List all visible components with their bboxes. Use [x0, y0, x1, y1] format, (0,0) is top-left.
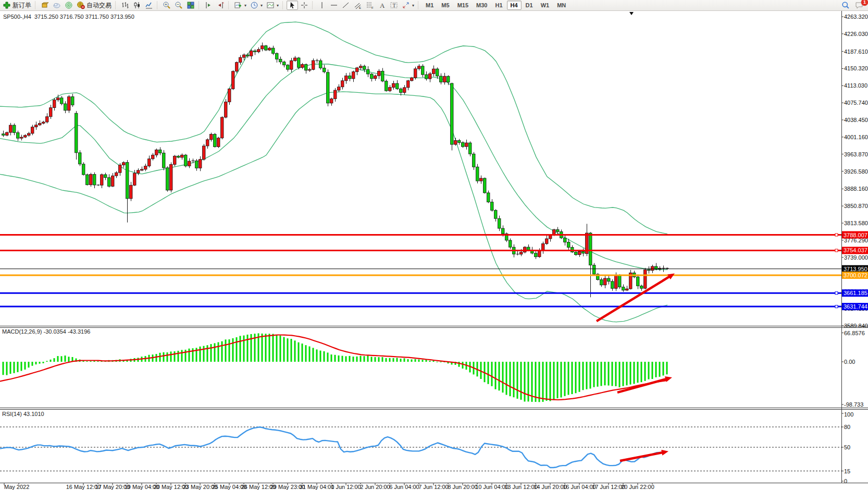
radar-icon	[65, 1, 73, 9]
svg-text:3788.007: 3788.007	[844, 232, 867, 238]
svg-text:F: F	[371, 6, 374, 9]
svg-text:17 Jun 12:00: 17 Jun 12:00	[592, 484, 625, 490]
svg-text:3661.185: 3661.185	[844, 290, 867, 296]
auto-trading-button[interactable]: 自动交易	[75, 1, 113, 10]
toolbar-separator	[228, 1, 230, 9]
tile-windows-button[interactable]	[185, 1, 196, 10]
trend-icon	[342, 1, 350, 9]
svg-text:4001.160: 4001.160	[844, 134, 868, 140]
new-order-button-label: 新订单	[13, 1, 31, 10]
navigator-button[interactable]	[63, 1, 75, 10]
svg-text:E: E	[359, 6, 361, 9]
toolbar-separator	[312, 1, 314, 9]
svg-text:3963.870: 3963.870	[844, 151, 868, 157]
profiles-dropdown[interactable]: ▾	[249, 1, 264, 10]
svg-text:3589.840: 3589.840	[844, 323, 868, 329]
main-toolbar: 新订单自动交易▾▾▾EFAT▾M1M5M15M30H1H4D1W1MN1	[0, 0, 868, 11]
shift-icon	[204, 1, 213, 9]
timeframe-d1-button[interactable]: D1	[522, 1, 537, 10]
cloud-icon	[53, 1, 61, 9]
bar-chart-button[interactable]	[119, 1, 131, 10]
new-order-button[interactable]: 新订单	[1, 1, 33, 10]
crosshair-icon	[300, 1, 308, 9]
line-chart-button[interactable]	[143, 1, 155, 10]
tiles-icon	[187, 1, 195, 9]
timeframe-m15-button[interactable]: M15	[454, 1, 472, 10]
timeframe-m30-button[interactable]: M30	[473, 1, 491, 10]
vertical-line-button[interactable]	[316, 1, 328, 10]
svg-text:3700.072: 3700.072	[844, 272, 867, 278]
data-window-button[interactable]	[51, 1, 63, 10]
svg-text:4113.030: 4113.030	[844, 82, 867, 89]
candlestick-chart-button[interactable]	[131, 1, 143, 10]
channel-button[interactable]: E	[352, 1, 364, 10]
svg-text:3926.580: 3926.580	[844, 168, 868, 175]
new-chart-dropdown[interactable]: ▾	[232, 1, 248, 10]
svg-text:3888.160: 3888.160	[844, 186, 868, 192]
toolbar-separator	[282, 1, 284, 9]
zoom-in-button[interactable]	[161, 1, 172, 10]
trendline-button[interactable]	[340, 1, 352, 10]
svg-text:3813.580: 3813.580	[844, 220, 868, 226]
timeframe-h4-button[interactable]: H4	[507, 1, 522, 10]
notification-badge: 1	[861, 0, 868, 6]
timeframe-m5-button[interactable]: M5	[438, 1, 453, 10]
chevron-down-icon: ▾	[261, 3, 263, 8]
crosshair-button[interactable]	[299, 1, 310, 10]
toolbar-separator	[199, 1, 201, 9]
chart-area[interactable]: 4263.3204226.0304187.6104150.3204113.030…	[0, 11, 868, 490]
svg-text:13 Jun 12:00: 13 Jun 12:00	[504, 484, 538, 490]
timeframe-switcher: M1M5M15M30H1H4D1W1MN	[422, 1, 569, 10]
time-axis[interactable]: May 202216 May 12:0017 May 20:0019 May 0…	[4, 483, 654, 490]
indicator-icon	[266, 1, 275, 9]
label-button[interactable]: T	[388, 1, 400, 10]
cursor-button[interactable]	[287, 1, 298, 10]
auto-trading-button-label: 自动交易	[86, 1, 111, 10]
globe-icon	[77, 1, 85, 9]
notifications-button[interactable]: 1	[853, 1, 865, 10]
arrows-dropdown[interactable]: ▾	[400, 1, 416, 10]
chevron-down-icon: ▾	[244, 3, 246, 8]
clock-icon	[250, 1, 258, 9]
search-icon	[841, 1, 850, 9]
toolbar-separator	[35, 1, 37, 9]
svg-text:1 Jun 12:00: 1 Jun 12:00	[331, 484, 361, 490]
toolbar-separator	[418, 1, 420, 9]
horizontal-line-button[interactable]	[328, 1, 340, 10]
auto-scroll-button[interactable]	[215, 1, 226, 10]
chart-shift-button[interactable]	[203, 1, 214, 10]
cursor-icon	[288, 1, 296, 9]
svg-text:4263.320: 4263.320	[844, 14, 868, 20]
timeframe-w1-button[interactable]: W1	[537, 1, 553, 10]
linechart-icon	[145, 1, 153, 9]
zoomout-icon	[175, 1, 183, 9]
market-watch-button[interactable]	[39, 1, 51, 10]
channel-icon: E	[354, 1, 362, 9]
timeframe-mn-button[interactable]: MN	[553, 1, 569, 10]
timeframe-h1-button[interactable]: H1	[491, 1, 506, 10]
text-button[interactable]: A	[376, 1, 388, 10]
timeframe-m1-button[interactable]: M1	[422, 1, 437, 10]
fibonacci-button[interactable]: F	[364, 1, 376, 10]
chart-title: SP500-,H4 3715.250 3716.750 3711.750 371…	[3, 14, 134, 20]
zoomin-icon	[163, 1, 171, 9]
svg-text:3739.000: 3739.000	[844, 254, 868, 261]
search-button[interactable]	[840, 1, 851, 10]
arrows-icon	[402, 1, 410, 9]
svg-text:0.00: 0.00	[844, 359, 855, 365]
svg-text:3850.870: 3850.870	[844, 203, 868, 209]
indicators-dropdown[interactable]: ▾	[265, 1, 280, 10]
svg-text:100: 100	[844, 411, 853, 418]
zoom-out-button[interactable]	[173, 1, 184, 10]
svg-text:3631.744: 3631.744	[844, 303, 867, 310]
svg-text:6 Jun 04:00: 6 Jun 04:00	[389, 484, 419, 490]
svg-text:May 2022: May 2022	[4, 484, 29, 490]
svg-text:8 Jun 20:00: 8 Jun 20:00	[448, 484, 478, 490]
svg-text:3713.950: 3713.950	[844, 266, 867, 272]
macd-indicator-label: MACD(12,26,9) -30.0354 -43.3196	[2, 328, 90, 335]
bars-icon	[121, 1, 129, 9]
svg-text:-98.733: -98.733	[844, 401, 863, 408]
svg-text:4150.320: 4150.320	[844, 65, 868, 71]
candles-icon	[133, 1, 141, 9]
vline-icon	[318, 1, 326, 9]
